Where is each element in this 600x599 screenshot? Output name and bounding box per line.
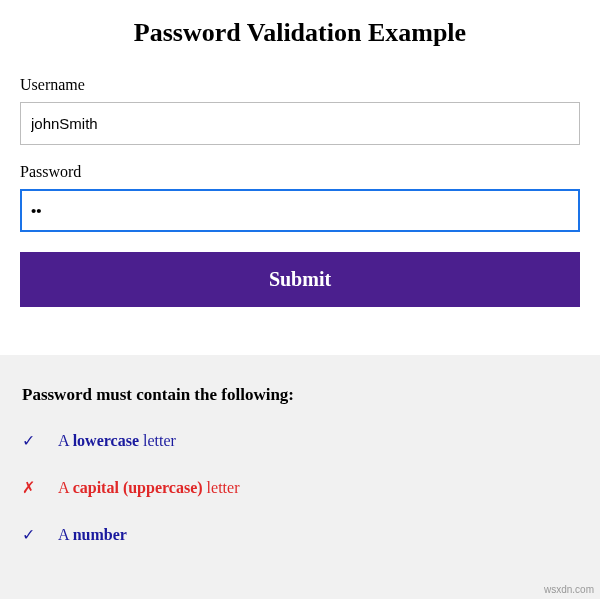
username-label: Username: [20, 76, 580, 94]
rule-text: A lowercase letter: [58, 432, 176, 450]
check-icon: ✓: [22, 525, 58, 544]
rule-lowercase: ✓ A lowercase letter: [22, 431, 578, 450]
password-input[interactable]: [20, 189, 580, 232]
page-title: Password Validation Example: [20, 18, 580, 48]
rule-text: A number: [58, 526, 127, 544]
submit-button[interactable]: Submit: [20, 252, 580, 307]
rules-heading: Password must contain the following:: [22, 385, 578, 405]
cross-icon: ✗: [22, 478, 58, 497]
check-icon: ✓: [22, 431, 58, 450]
rule-number: ✓ A number: [22, 525, 578, 544]
username-input[interactable]: [20, 102, 580, 145]
rule-text: A capital (uppercase) letter: [58, 479, 239, 497]
password-rules-panel: Password must contain the following: ✓ A…: [0, 355, 600, 599]
rule-uppercase: ✗ A capital (uppercase) letter: [22, 478, 578, 497]
password-label: Password: [20, 163, 580, 181]
watermark: wsxdn.com: [544, 584, 594, 595]
